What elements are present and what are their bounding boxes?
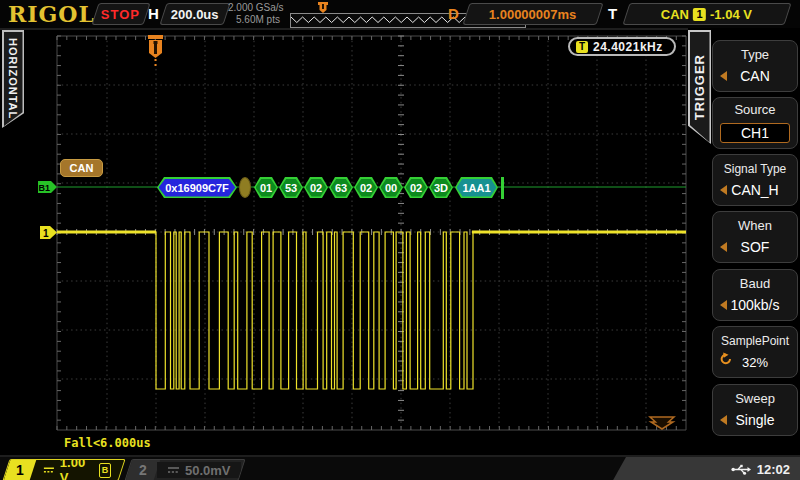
dc-coupling-icon — [167, 465, 180, 475]
option-arrow-icon — [720, 242, 727, 252]
data-byte-box: 02 — [354, 177, 378, 198]
can-decoded-frame: 0x16909C7F 01 53 02 63 02 00 02 3D 1AA1 — [157, 177, 504, 198]
frame-id-text: 0x16909C7F — [159, 179, 236, 197]
frame-end-marker — [501, 177, 504, 199]
ch1-waveform — [57, 232, 686, 389]
ch2-number: 2 — [139, 462, 147, 478]
selected-value-box: CH1 — [720, 123, 790, 143]
data-byte-box: 00 — [379, 177, 403, 198]
channel-status-bar: 1 1.00 V B 2 50.0mV — [0, 455, 800, 480]
rotary-knob-icon — [719, 352, 733, 366]
menu-type-button[interactable]: Type CAN — [712, 40, 798, 92]
ch1-scale: 1.00 V — [60, 459, 94, 480]
measurement-readout: Fall<6.000us — [64, 436, 151, 450]
menu-samplepoint-button[interactable]: SamplePoint 32% — [712, 326, 798, 378]
horizontal-tab[interactable]: HORIZONTAL — [2, 30, 24, 128]
frame-control-field — [239, 177, 251, 198]
frame-id-box: 0x16909C7F — [157, 177, 237, 198]
system-tray: 12:02 — [612, 457, 800, 480]
trigger-menu-tab[interactable]: TRIGGER — [688, 30, 711, 144]
horizontal-tab-label: HORIZONTAL — [7, 38, 19, 119]
ch1-number: 1 — [16, 462, 24, 478]
option-arrow-icon — [720, 71, 727, 81]
delay-position-arrow — [650, 417, 674, 429]
waveform-display-area: B1 1 — [0, 0, 800, 480]
option-arrow-icon — [720, 185, 727, 195]
counter-value: 24.4021kHz — [593, 40, 663, 54]
menu-signal-type-button[interactable]: Signal Type CAN_H — [712, 154, 798, 206]
bandwidth-limit-icon: B — [99, 463, 111, 478]
option-arrow-icon — [720, 415, 727, 425]
clock: 12:02 — [757, 462, 790, 477]
ch1-status-badge[interactable]: 1 1.00 V B — [2, 459, 125, 480]
data-byte-box: 02 — [304, 177, 328, 198]
data-byte-box: 53 — [279, 177, 303, 198]
oscilloscope-screen: RIGOL STOP H 200.0us 2.000 GSa/s 5.60M p… — [0, 0, 800, 480]
ch2-scale: 50.0mV — [185, 463, 231, 478]
dc-coupling-icon — [43, 465, 55, 475]
bus1-marker-label: B1 — [39, 183, 51, 193]
frequency-counter: T 24.4021kHz — [568, 37, 676, 56]
menu-sweep-button[interactable]: Sweep Single — [712, 384, 798, 436]
data-byte-box: 02 — [404, 177, 428, 198]
data-byte-box: 01 — [254, 177, 278, 198]
ch2-status-badge[interactable]: 2 50.0mV — [124, 459, 245, 480]
bus-protocol-label[interactable]: CAN — [60, 159, 103, 177]
bus1-marker[interactable]: B1 — [38, 181, 57, 193]
crc-text: 1AA1 — [457, 179, 497, 197]
menu-baud-button[interactable]: Baud 100kb/s — [712, 269, 798, 321]
data-byte-box: 3D — [429, 177, 453, 198]
trigger-menu-title: TRIGGER — [692, 54, 707, 120]
menu-source-button[interactable]: Source CH1 — [712, 97, 798, 149]
data-byte-box: 63 — [329, 177, 353, 198]
usb-icon — [731, 464, 751, 475]
counter-trigger-icon: T — [576, 41, 588, 53]
option-arrow-icon — [720, 300, 727, 310]
crc-box: 1AA1 — [455, 177, 498, 198]
ch1-ground-marker[interactable]: 1 — [40, 226, 57, 239]
ch1-marker-label: 1 — [43, 228, 49, 239]
menu-when-button[interactable]: When SOF — [712, 211, 798, 263]
